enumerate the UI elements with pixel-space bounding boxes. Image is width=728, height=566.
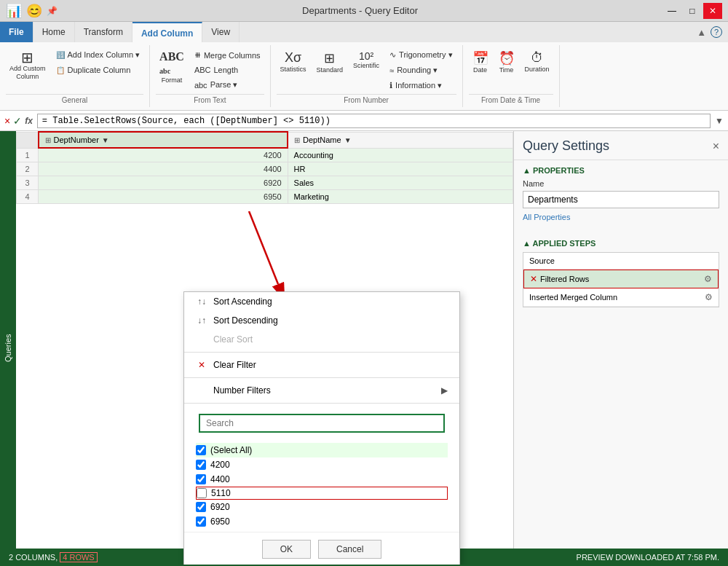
text-tools-group: ⧻ Merge Columns ABC Length abc Parse ▾ <box>191 48 264 92</box>
step-source-label: Source <box>529 256 555 265</box>
name-input[interactable] <box>523 191 719 208</box>
checkbox-4400[interactable]: 4400 <box>196 472 448 487</box>
clear-filter-item[interactable]: ✕ Clear Filter <box>184 355 459 374</box>
step-inserted-merged[interactable]: Inserted Merged Column ⚙ <box>523 288 719 307</box>
ok-button[interactable]: OK <box>262 540 311 559</box>
cancel-button[interactable]: Cancel <box>318 540 381 559</box>
checkbox-4200[interactable]: 4200 <box>196 457 448 472</box>
select-all-label: (Select All) <box>210 445 252 455</box>
duplicate-column-button[interactable]: 📋 Duplicate Column <box>52 63 144 76</box>
number-filters-item[interactable]: Number Filters ▶ <box>184 381 459 400</box>
minimize-button[interactable]: — <box>662 3 681 19</box>
trigonometry-button[interactable]: ∿ Trigonometry ▾ <box>386 48 456 62</box>
tab-add-column[interactable]: Add Column <box>132 22 202 42</box>
scientific-button[interactable]: 10² Scientific <box>349 48 383 71</box>
statistics-button[interactable]: Χσ Statistics <box>277 48 310 75</box>
number-extras-group: ∿ Trigonometry ▾ ≈ Rounding ▾ ℹ Informat… <box>386 48 456 93</box>
all-properties-link[interactable]: All Properties <box>523 213 719 221</box>
step-merged-label: Inserted Merged Column <box>529 293 617 302</box>
sort-descending-item[interactable]: ↓↑ Sort Descending <box>184 311 459 330</box>
tab-transform[interactable]: Transform <box>75 22 132 42</box>
step-source[interactable]: Source <box>523 253 719 270</box>
tab-home[interactable]: Home <box>33 22 75 42</box>
step-merged-gear[interactable]: ⚙ <box>705 292 713 302</box>
checkbox-4400-input[interactable] <box>196 474 206 484</box>
rounding-button[interactable]: ≈ Rounding ▾ <box>386 63 456 77</box>
dept-number-header[interactable]: ⊞ DeptNumber ▼ <box>39 132 288 148</box>
data-area: ⊞ DeptNumber ▼ ⊞ DeptName ▼ <box>16 131 513 565</box>
duration-icon: ⏱ <box>531 50 544 66</box>
add-index-column-button[interactable]: 🔢 Add Index Column ▾ <box>52 48 144 62</box>
status-left: 2 COLUMNS, 4 ROWS <box>9 553 98 562</box>
title-bar: 📊 😊 📌 Departments - Query Editor — □ ✕ <box>0 0 728 22</box>
tab-file[interactable]: File <box>0 22 33 42</box>
properties-title: ▲ PROPERTIES <box>523 166 719 175</box>
time-icon: ⏰ <box>499 50 515 66</box>
duration-button[interactable]: ⏱ Duration <box>521 48 553 75</box>
dept-name-label: DeptName <box>303 135 341 144</box>
merge-columns-button[interactable]: ⧻ Merge Columns <box>191 48 264 62</box>
checkbox-6920[interactable]: 6920 <box>196 500 448 514</box>
date-button[interactable]: 📅 Date <box>469 48 492 76</box>
filter-search-input[interactable] <box>199 414 445 433</box>
dept-name-header[interactable]: ⊞ DeptName ▼ <box>288 132 513 148</box>
query-settings-panel: Query Settings × ▲ PROPERTIES Name All P… <box>513 131 728 565</box>
add-custom-column-button[interactable]: ⊞ Add CustomColumn <box>6 48 50 83</box>
row-2-dept-name: HR <box>288 162 513 176</box>
time-button[interactable]: ⏰ Time <box>495 48 518 76</box>
ribbon-help-icon[interactable]: ? <box>711 26 722 38</box>
row-1-dept-number: 4200 <box>39 148 288 162</box>
clear-filter-label: Clear Filter <box>213 360 256 370</box>
number-filters-label: Number Filters <box>213 385 271 396</box>
checkbox-4200-label: 4200 <box>210 460 230 470</box>
formula-cancel-icon[interactable]: × <box>4 115 10 127</box>
step-merged-left: Inserted Merged Column <box>529 293 617 302</box>
formula-expand-icon[interactable]: ▼ <box>715 116 724 126</box>
standard-button[interactable]: ⊞ Standard <box>313 48 347 76</box>
row-3-num: 3 <box>17 176 39 190</box>
general-group-label: General <box>6 94 143 104</box>
filter-icon[interactable]: ▼ <box>102 136 109 144</box>
duplicate-label: Duplicate Column <box>68 66 131 74</box>
step-filtered-rows[interactable]: ✕ Filtered Rows ⚙ <box>523 270 719 288</box>
checkbox-6950[interactable]: 6950 <box>196 514 448 529</box>
checkbox-5110[interactable]: 5110 <box>196 487 448 500</box>
checkbox-5110-label: 5110 <box>211 488 231 498</box>
formula-confirm-icon[interactable]: ✓ <box>13 115 22 127</box>
step-filtered-gear[interactable]: ⚙ <box>704 274 712 284</box>
filter-dropdown: ↑↓ Sort Ascending ↓↑ Sort Descending Cle… <box>183 291 460 565</box>
ribbon-help-up[interactable]: ▲ <box>697 27 706 38</box>
checkbox-5110-input[interactable] <box>197 488 207 498</box>
checkbox-6950-input[interactable] <box>196 516 206 527</box>
maximize-button[interactable]: □ <box>683 3 702 19</box>
ribbon-from-number-items: Χσ Statistics ⊞ Standard 10² Scientific … <box>277 48 456 93</box>
add-index-label: Add Index Column ▾ <box>68 50 141 60</box>
checkbox-6950-label: 6950 <box>210 516 230 527</box>
length-label: Length <box>214 66 239 74</box>
sort-ascending-item[interactable]: ↑↓ Sort Ascending <box>184 292 459 311</box>
checkbox-4200-input[interactable] <box>196 460 206 470</box>
merge-label: Merge Columns <box>204 51 261 60</box>
scientific-icon: 10² <box>359 50 373 62</box>
sidebar-panel[interactable]: Queries <box>0 131 16 565</box>
close-button[interactable]: ✕ <box>703 3 722 19</box>
format-button[interactable]: ABCabc Format <box>156 48 188 86</box>
format-icon: ABCabc <box>159 50 184 76</box>
table-header-row: ⊞ DeptNumber ▼ ⊞ DeptName ▼ <box>17 132 513 148</box>
dept-name-filter-icon[interactable]: ▼ <box>344 136 352 144</box>
row-1-dept-name: Accounting <box>288 148 513 162</box>
statistics-label: Statistics <box>280 66 306 73</box>
ribbon-group-from-date: 📅 Date ⏰ Time ⏱ Duration From Date & Tim… <box>463 45 560 107</box>
formula-input[interactable] <box>37 114 711 128</box>
select-all-checkbox[interactable] <box>196 445 206 455</box>
window-title: Departments - Query Editor <box>302 5 418 16</box>
parse-button[interactable]: abc Parse ▾ <box>191 78 264 92</box>
length-button[interactable]: ABC Length <box>191 63 264 76</box>
query-settings-close[interactable]: × <box>713 140 719 153</box>
search-container <box>184 406 459 440</box>
tab-view[interactable]: View <box>202 22 240 42</box>
statistics-icon: Χσ <box>285 50 301 66</box>
information-button[interactable]: ℹ Information ▾ <box>386 79 456 93</box>
select-all-item[interactable]: (Select All) <box>196 443 448 457</box>
checkbox-6920-input[interactable] <box>196 502 206 512</box>
